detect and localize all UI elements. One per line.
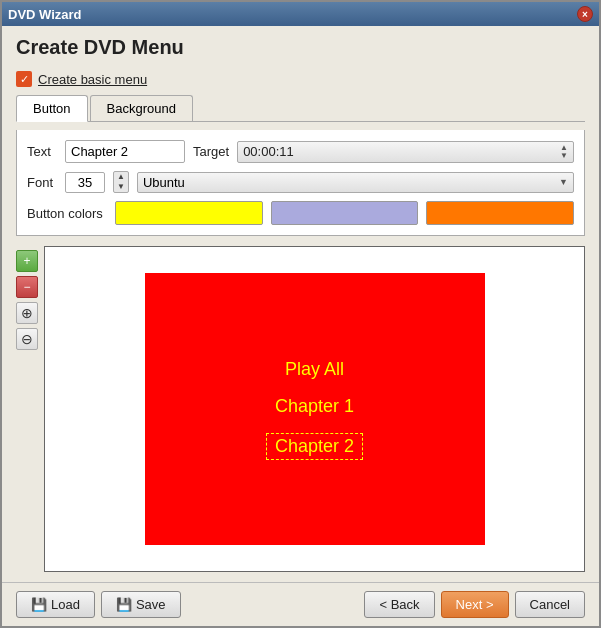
back-button[interactable]: < Back <box>364 591 434 618</box>
bottom-bar: 💾 Load 💾 Save < Back Next > Cancel <box>2 582 599 626</box>
text-target-row: Text Target 00:00:11 ▲ ▼ <box>27 140 574 163</box>
side-toolbar: + − ⊕ ⊖ <box>16 246 38 572</box>
font-label: Font <box>27 175 57 190</box>
font-dropdown-arrow: ▼ <box>559 177 568 187</box>
target-label: Target <box>193 144 229 159</box>
text-input[interactable] <box>65 140 185 163</box>
font-row: Font ▲ ▼ Ubuntu ▼ <box>27 171 574 193</box>
canvas-area: Play All Chapter 1 Chapter 2 <box>44 246 585 572</box>
window-title: DVD Wizard <box>8 7 82 22</box>
dvd-canvas: Play All Chapter 1 Chapter 2 <box>145 273 485 545</box>
cancel-button[interactable]: Cancel <box>515 591 585 618</box>
zoom-out-icon: ⊖ <box>21 331 33 347</box>
remove-icon: − <box>23 280 30 294</box>
load-icon: 💾 <box>31 597 47 612</box>
title-bar: DVD Wizard × <box>2 2 599 26</box>
create-menu-label[interactable]: Create basic menu <box>38 72 147 87</box>
target-dropdown[interactable]: 00:00:11 ▲ ▼ <box>237 141 574 163</box>
close-button[interactable]: × <box>577 6 593 22</box>
zoom-out-button[interactable]: ⊖ <box>16 328 38 350</box>
add-icon: + <box>23 254 30 268</box>
load-button[interactable]: 💾 Load <box>16 591 95 618</box>
colors-row: Button colors <box>27 201 574 225</box>
zoom-in-button[interactable]: ⊕ <box>16 302 38 324</box>
bottom-right-buttons: < Back Next > Cancel <box>364 591 585 618</box>
color-swatch-1[interactable] <box>115 201 263 225</box>
close-icon: × <box>582 9 588 20</box>
color-swatch-2[interactable] <box>271 201 419 225</box>
font-size-down[interactable]: ▼ <box>114 182 128 192</box>
target-value: 00:00:11 <box>243 144 294 159</box>
preview-area: + − ⊕ ⊖ Play All Chapter 1 Chapter 2 <box>16 246 585 572</box>
font-name-dropdown[interactable]: Ubuntu ▼ <box>137 172 574 193</box>
font-size-up[interactable]: ▲ <box>114 172 128 182</box>
menu-item-chapter-2[interactable]: Chapter 2 <box>266 433 363 460</box>
text-label: Text <box>27 144 57 159</box>
create-menu-row: ✓ Create basic menu <box>16 71 585 87</box>
tab-bar: Button Background <box>16 95 585 122</box>
remove-button[interactable]: − <box>16 276 38 298</box>
font-name-value: Ubuntu <box>143 175 185 190</box>
save-icon: 💾 <box>116 597 132 612</box>
save-button[interactable]: 💾 Save <box>101 591 181 618</box>
tab-background[interactable]: Background <box>90 95 193 121</box>
tab-panel: Text Target 00:00:11 ▲ ▼ Font ▲ ▼ <box>16 130 585 236</box>
color-swatch-3[interactable] <box>426 201 574 225</box>
next-button[interactable]: Next > <box>441 591 509 618</box>
font-size-input[interactable] <box>65 172 105 193</box>
checkbox-checked-icon[interactable]: ✓ <box>16 71 32 87</box>
menu-item-play-all[interactable]: Play All <box>285 359 344 380</box>
add-button[interactable]: + <box>16 250 38 272</box>
font-size-spin: ▲ ▼ <box>113 171 129 193</box>
zoom-in-icon: ⊕ <box>21 305 33 321</box>
bottom-left-buttons: 💾 Load 💾 Save <box>16 591 181 618</box>
window-content: Create DVD Menu ✓ Create basic menu Butt… <box>2 26 599 582</box>
target-down-arrow[interactable]: ▼ <box>560 152 568 160</box>
main-window: DVD Wizard × Create DVD Menu ✓ Create ba… <box>0 0 601 628</box>
tab-button[interactable]: Button <box>16 95 88 122</box>
colors-label: Button colors <box>27 206 107 221</box>
menu-item-chapter-1[interactable]: Chapter 1 <box>275 396 354 417</box>
target-spin: ▲ ▼ <box>560 144 568 160</box>
page-title: Create DVD Menu <box>16 36 585 59</box>
